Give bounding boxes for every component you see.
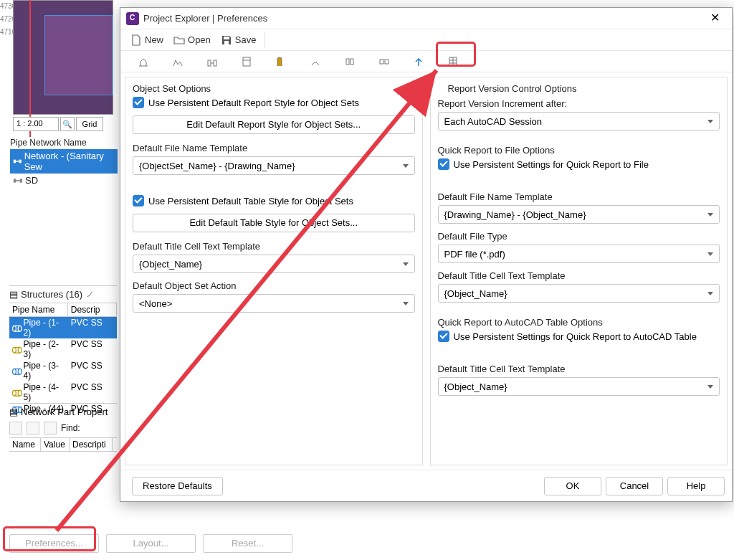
structures-panel: ▤ Structures (16) ⟋ Pipe Name Descrip Pi… xyxy=(9,285,117,414)
zoom-select[interactable]: 1 : 2.00 xyxy=(13,117,59,131)
svg-point-10 xyxy=(12,347,16,353)
svg-point-6 xyxy=(12,326,16,331)
title-cell-template-select[interactable]: {Object_Name} xyxy=(133,255,415,273)
qr-table-title-cell-label: Default Title Cell Text Template xyxy=(438,364,720,374)
save-button[interactable]: Save xyxy=(216,33,261,47)
find-label: Find: xyxy=(61,423,80,433)
zoom-controls: 1 : 2.00 🔍 Grid xyxy=(13,116,103,132)
qr-table-title-cell-select[interactable]: {Object_Name} xyxy=(438,377,720,396)
tool-btn-1[interactable] xyxy=(9,422,22,435)
report-version-header: Report Version Control Options xyxy=(438,83,720,94)
network-item-selected[interactable]: Network - (Sanitary Sew xyxy=(10,149,118,174)
tab-2[interactable] xyxy=(161,52,195,71)
filename-template-label: Default File Name Template xyxy=(133,143,415,153)
tab-5[interactable] xyxy=(264,52,298,71)
right-column: Report Version Control Options Report Ve… xyxy=(430,77,728,465)
qr-title-cell-select[interactable]: {Object_Name} xyxy=(438,284,720,303)
tab-4[interactable] xyxy=(229,52,264,71)
svg-rect-33 xyxy=(346,59,349,65)
tab-7[interactable] xyxy=(333,52,367,71)
object-set-action-select[interactable]: <None> xyxy=(133,294,415,313)
pipe-row[interactable]: Pipe - (1-2)PVC SS xyxy=(9,317,117,338)
filename-template-select[interactable]: {ObjectSet_Name} - {Drawing_Name} xyxy=(133,156,415,175)
version-increment-select[interactable]: Each AutoCAD Session xyxy=(438,112,720,130)
open-button[interactable]: Open xyxy=(169,33,215,47)
qr-title-cell-label: Default Title Cell Text Template xyxy=(438,270,720,281)
persistent-report-style-label: Use Persistent Default Report Style for … xyxy=(148,98,359,108)
network-item[interactable]: SD xyxy=(10,174,118,187)
help-button[interactable]: Help xyxy=(667,477,725,495)
pipe-table-header: Pipe Name Descrip xyxy=(9,303,117,317)
svg-point-7 xyxy=(18,326,22,331)
ok-button[interactable]: OK xyxy=(544,477,601,495)
dialog-title: Project Explorer | Preferences xyxy=(143,13,699,24)
title-cell-template-label: Default Title Cell Text Template xyxy=(133,241,415,252)
props-table-header: Name Value Descripti xyxy=(9,437,117,452)
svg-point-11 xyxy=(18,347,22,353)
edit-table-style-button[interactable]: Edit Default Table Style for Object Sets… xyxy=(133,214,415,232)
part-properties-header: Network Part Propert xyxy=(21,407,108,417)
part-properties-panel: ▤ Network Part Propert Find: Name Value … xyxy=(9,403,117,452)
quick-report-file-header: Quick Report to File Options xyxy=(438,145,720,156)
tab-8[interactable] xyxy=(367,52,401,71)
dialog-titlebar: Project Explorer | Preferences ✕ xyxy=(120,8,732,29)
object-set-action-label: Default Object Set Action xyxy=(133,280,415,291)
svg-rect-4 xyxy=(20,179,23,182)
profile-chart xyxy=(13,0,113,115)
dialog-tabs xyxy=(120,51,732,72)
zoom-search-icon[interactable]: 🔍 xyxy=(60,117,75,131)
svg-rect-34 xyxy=(351,59,353,65)
chart-y-labels: 4730.0 4720.0 4710.0 xyxy=(0,0,11,115)
list-icon: ▤ xyxy=(9,289,18,300)
structures-tab[interactable]: Structures (16) xyxy=(21,289,82,300)
svg-rect-26 xyxy=(224,37,229,39)
qr-filename-template-select[interactable]: {Drawing_Name} - {Object_Name} xyxy=(438,205,720,224)
version-increment-label: Report Version Increment after: xyxy=(438,98,720,109)
svg-rect-35 xyxy=(380,60,383,64)
close-button[interactable]: ✕ xyxy=(703,9,726,28)
tab-1[interactable] xyxy=(126,52,161,71)
qr-filename-template-label: Default File Name Template xyxy=(438,191,720,202)
svg-rect-36 xyxy=(385,60,389,64)
layout-button[interactable]: Layout... xyxy=(106,534,196,553)
svg-rect-0 xyxy=(14,160,16,163)
quick-report-table-header: Quick Report to AutoCAD Table Options xyxy=(438,317,720,328)
network-pane: Pipe Network Name Network - (Sanitary Se… xyxy=(10,136,118,187)
network-header: Pipe Network Name xyxy=(10,136,118,149)
svg-rect-27 xyxy=(224,41,229,44)
tool-btn-2[interactable] xyxy=(27,422,39,435)
persistent-quick-table-checkbox[interactable] xyxy=(438,331,449,342)
grid-button[interactable]: Grid xyxy=(76,117,103,131)
persistent-report-style-checkbox[interactable] xyxy=(133,97,144,108)
persistent-quick-table-label: Use Persistent Settings for Quick Report… xyxy=(454,331,697,342)
tool-btn-3[interactable] xyxy=(44,422,57,435)
svg-point-15 xyxy=(18,369,22,374)
tab-6[interactable] xyxy=(298,52,333,71)
svg-rect-1 xyxy=(19,160,22,163)
tab-3[interactable] xyxy=(195,52,229,71)
preferences-dialog: Project Explorer | Preferences ✕ New Ope… xyxy=(120,7,733,502)
persistent-quick-file-label: Use Persistent Settings for Quick Report… xyxy=(454,159,649,170)
persistent-quick-file-checkbox[interactable] xyxy=(438,158,449,170)
svg-point-18 xyxy=(12,390,16,396)
qr-filetype-select[interactable]: PDF file (*.pdf) xyxy=(438,245,720,263)
pipe-row[interactable]: Pipe - (4-5)PVC SS xyxy=(9,381,117,403)
pipe-tab-icon[interactable]: ⟋ xyxy=(85,289,95,300)
new-button[interactable]: New xyxy=(126,33,168,47)
annotation-highlight-reports-tab xyxy=(436,42,476,67)
svg-rect-28 xyxy=(208,60,211,66)
persistent-table-style-label: Use Persistent Default Table Style for O… xyxy=(148,196,353,207)
persistent-table-style-checkbox[interactable] xyxy=(133,195,144,207)
pipe-row[interactable]: Pipe - (3-4)PVC SS xyxy=(9,360,117,381)
cancel-button[interactable]: Cancel xyxy=(606,477,663,495)
list-icon: ▤ xyxy=(9,407,18,417)
tab-9[interactable] xyxy=(401,52,436,71)
object-set-options-header: Object Set Options xyxy=(133,83,415,94)
dialog-footer: Restore Defaults OK Cancel Help xyxy=(120,470,732,501)
pipe-row[interactable]: Pipe - (2-3)PVC SS xyxy=(9,338,117,360)
svg-rect-29 xyxy=(214,60,216,66)
edit-report-style-button[interactable]: Edit Default Report Style for Object Set… xyxy=(133,115,415,134)
dialog-toolbar: New Open Save xyxy=(120,29,732,51)
reset-button[interactable]: Reset... xyxy=(203,534,292,553)
restore-defaults-button[interactable]: Restore Defaults xyxy=(132,477,223,495)
